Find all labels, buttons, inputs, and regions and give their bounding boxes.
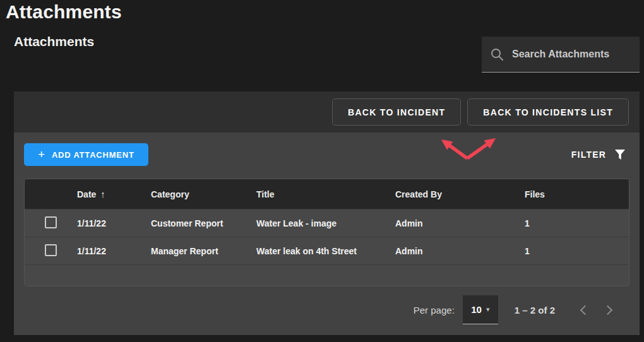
table-empty-strip <box>25 264 629 286</box>
cell-category: Customer Report <box>151 218 256 228</box>
cell-category: Manager Report <box>151 246 256 256</box>
row-checkbox[interactable] <box>45 216 57 228</box>
filter-label: FILTER <box>571 150 606 160</box>
table-row[interactable]: 1/11/22 Customer Report Water Leak - ima… <box>25 209 629 237</box>
section-title: Attachments <box>14 34 94 49</box>
table-header-row: Date↑ Category Title Created By Files <box>25 179 629 209</box>
cell-date: 1/11/22 <box>77 218 151 228</box>
cell-date: 1/11/22 <box>77 246 151 256</box>
attachments-panel: BACK TO INCIDENT BACK TO INCIDENTS LIST … <box>14 91 640 335</box>
cell-created-by: Admin <box>395 246 525 256</box>
column-header-date[interactable]: Date↑ <box>77 189 151 199</box>
row-checkbox[interactable] <box>45 244 57 256</box>
page-title: Attachments <box>6 1 122 23</box>
pagination-range-label: 1 – 2 of 2 <box>515 305 555 315</box>
cell-files: 1 <box>525 246 629 256</box>
plus-icon: + <box>38 148 45 160</box>
search-icon <box>491 48 504 61</box>
chevron-left-icon <box>580 305 590 315</box>
chevron-right-icon <box>602 305 612 315</box>
per-page-value: 10 <box>471 304 482 315</box>
attachments-table: Date↑ Category Title Created By Files 1/… <box>24 179 629 286</box>
table-row[interactable]: 1/11/22 Manager Report Water leak on 4th… <box>25 237 629 264</box>
per-page-select[interactable]: 10 ▾ <box>463 295 498 324</box>
add-attachment-button[interactable]: + ADD ATTACHMENT <box>24 143 148 166</box>
add-attachment-label: ADD ATTACHMENT <box>52 150 134 160</box>
filter-button[interactable]: FILTER <box>571 150 626 160</box>
column-header-title[interactable]: Title <box>256 189 395 199</box>
toolbar: + ADD ATTACHMENT FILTER <box>24 143 626 166</box>
sort-asc-icon: ↑ <box>100 189 105 199</box>
back-to-incidents-list-button[interactable]: BACK TO INCIDENTS LIST <box>467 98 629 126</box>
column-header-created-by[interactable]: Created By <box>395 189 525 199</box>
cell-title: Water leak on 4th Street <box>256 246 395 256</box>
panel-top-bar: BACK TO INCIDENT BACK TO INCIDENTS LIST <box>14 91 640 133</box>
cell-files: 1 <box>525 218 629 228</box>
caret-down-icon: ▾ <box>486 305 490 314</box>
cell-created-by: Admin <box>395 218 525 228</box>
cell-title: Water Leak - image <box>256 218 395 228</box>
prev-page-button[interactable] <box>574 300 593 319</box>
column-header-category[interactable]: Category <box>151 189 256 199</box>
column-header-files[interactable]: Files <box>525 189 629 199</box>
filter-funnel-icon <box>614 150 626 160</box>
per-page-label: Per page: <box>414 305 455 315</box>
panel-body: + ADD ATTACHMENT FILTER Date↑ Category T… <box>14 133 640 335</box>
column-header-date-label: Date <box>77 189 96 199</box>
pagination-bar: Per page: 10 ▾ 1 – 2 of 2 <box>414 295 618 324</box>
search-box[interactable] <box>482 37 640 73</box>
back-to-incident-button[interactable]: BACK TO INCIDENT <box>332 98 461 126</box>
next-page-button[interactable] <box>599 300 618 319</box>
search-input[interactable] <box>512 49 631 60</box>
